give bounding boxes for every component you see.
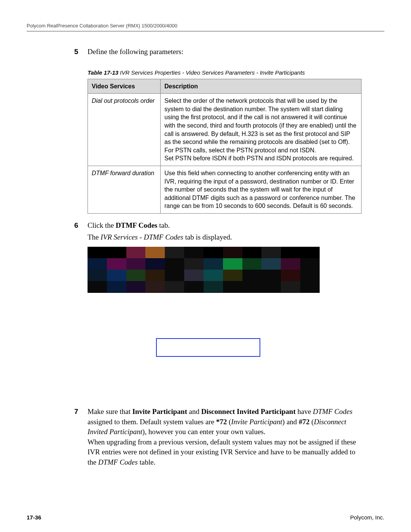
step-text: Make sure that Invite Participant and Di…: [88, 407, 362, 468]
text-bold: Disconnect Invited Participant: [201, 407, 296, 415]
table-header-description: Description: [161, 79, 362, 94]
running-header: Polycom RealPresence Collaboration Serve…: [27, 23, 384, 29]
text-bold: DTMF Codes: [116, 221, 158, 229]
param-desc: Use this field when connecting to anothe…: [161, 166, 362, 213]
text-fragment: (: [227, 418, 231, 426]
text-italic: Invite Participant: [231, 418, 282, 426]
text-bold: #72: [299, 418, 310, 426]
text-bold: Invite Participant: [132, 407, 187, 415]
text-fragment: have: [296, 407, 313, 415]
param-name: Dial out protocols order: [88, 94, 161, 166]
text-italic: DTMF Codes: [313, 407, 352, 415]
document-page: Polycom RealPresence Collaboration Serve…: [0, 0, 411, 532]
screenshot-color-bar: [88, 247, 320, 293]
table-caption-label: Table 17-13: [88, 69, 118, 76]
param-name: DTMF forward duration: [88, 166, 161, 213]
step-7: 7 Make sure that Invite Participant and …: [88, 407, 362, 468]
page-footer: 17-36 Polycom, Inc.: [27, 514, 384, 521]
step-number: 6: [74, 220, 78, 231]
text-fragment: Make sure that: [88, 407, 132, 415]
step-6-line2: The IIVR Services - DTMF CodesVR Service…: [88, 232, 362, 243]
text-fragment: tab.: [157, 221, 170, 229]
footer-org: Polycom, Inc.: [350, 514, 384, 521]
table-caption: Table 17-13 IVR Services Properties - Vi…: [88, 69, 362, 77]
dtmf-codes-screenshot: [88, 247, 320, 399]
table-row: Dial out protocols order Select the orde…: [88, 94, 362, 166]
text-fragment: tab is displayed.: [183, 233, 232, 241]
param-desc: Select the order of the network protocol…: [161, 94, 362, 166]
step-6: 6 Click the DTMF Codes tab. The IIVR Ser…: [88, 220, 362, 399]
text-fragment: table.: [138, 458, 155, 466]
page-number: 17-36: [27, 514, 41, 521]
header-rule: [27, 31, 384, 32]
step-text: Click the DTMF Codes tab. The IIVR Servi…: [88, 220, 362, 399]
text-fragment: (: [310, 418, 314, 426]
content-area: 5 Define the following parameters: Table…: [88, 47, 362, 468]
parameters-table: Video Services Description Dial out prot…: [88, 79, 362, 214]
table-row: DTMF forward duration Use this field whe…: [88, 166, 362, 213]
step-number: 7: [74, 407, 78, 417]
text-fragment: assigned to them. Default system values …: [88, 418, 216, 426]
text-fragment: and: [187, 407, 201, 415]
text-fragment: ) and: [282, 418, 299, 426]
text-fragment: Click the: [88, 221, 116, 229]
step-5: 5 Define the following parameters:: [88, 47, 362, 57]
table-caption-text: IVR Services Properties - Video Services…: [120, 69, 305, 76]
step-number: 5: [74, 47, 78, 57]
step-text: Define the following parameters:: [88, 47, 362, 57]
text-bold: *72: [216, 418, 227, 426]
table-header-row: Video Services Description: [88, 79, 362, 94]
table-header-video-services: Video Services: [88, 79, 161, 94]
dtmf-highlight-box: [156, 338, 260, 357]
text-fragment: ), however you can enter your own values…: [142, 428, 265, 436]
text-italic: DTMF Codes: [98, 458, 138, 466]
text-fragment: The: [88, 233, 100, 241]
